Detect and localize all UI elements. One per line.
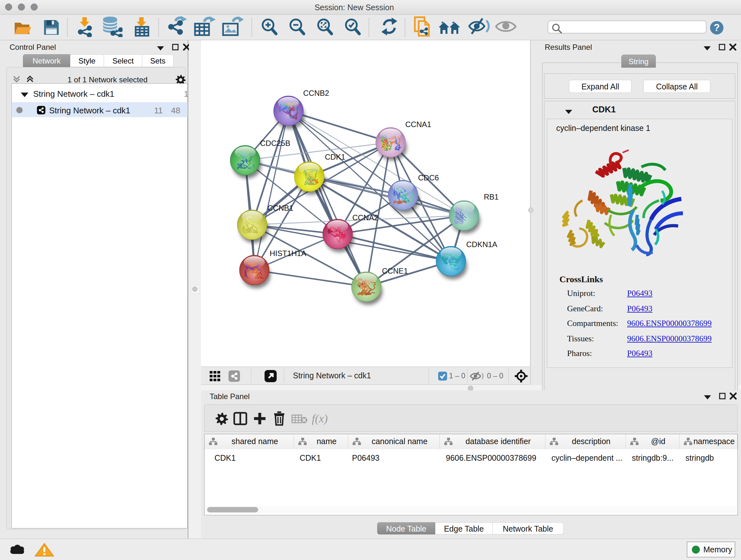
svg-text:CDC25B: CDC25B [260,139,290,147]
svg-text:RB1: RB1 [484,192,499,201]
svg-text:CCNA1: CCNA1 [405,120,431,129]
svg-text:CDK1: CDK1 [325,152,345,161]
svg-text:CCNE1: CCNE1 [382,266,408,275]
svg-text:CCNA2: CCNA2 [352,213,378,222]
svg-text:?: ? [714,22,720,33]
svg-text:CDC6: CDC6 [418,173,439,182]
svg-text:HIST1H1A: HIST1H1A [270,249,307,258]
svg-text:CCNB2: CCNB2 [303,89,329,98]
svg-text:CDKN1A: CDKN1A [466,240,497,249]
svg-text:CCNB1: CCNB1 [267,204,293,212]
